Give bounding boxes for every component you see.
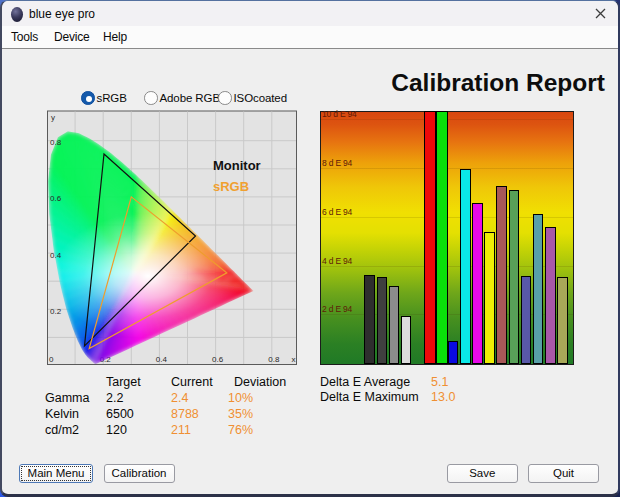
svg-text:0.8: 0.8 xyxy=(50,138,62,147)
svg-text:0: 0 xyxy=(49,355,54,364)
svg-text:0.6: 0.6 xyxy=(212,355,224,364)
svg-text:0.8: 0.8 xyxy=(268,355,280,364)
svg-text:Monitor: Monitor xyxy=(213,158,261,173)
svg-text:x: x xyxy=(292,355,296,364)
svg-text:0.2: 0.2 xyxy=(50,307,62,316)
svg-text:y: y xyxy=(51,113,55,122)
svg-text:0.6: 0.6 xyxy=(50,194,62,203)
svg-text:0.4: 0.4 xyxy=(156,355,168,364)
svg-text:sRGB: sRGB xyxy=(213,179,249,194)
svg-text:0.4: 0.4 xyxy=(50,251,62,260)
